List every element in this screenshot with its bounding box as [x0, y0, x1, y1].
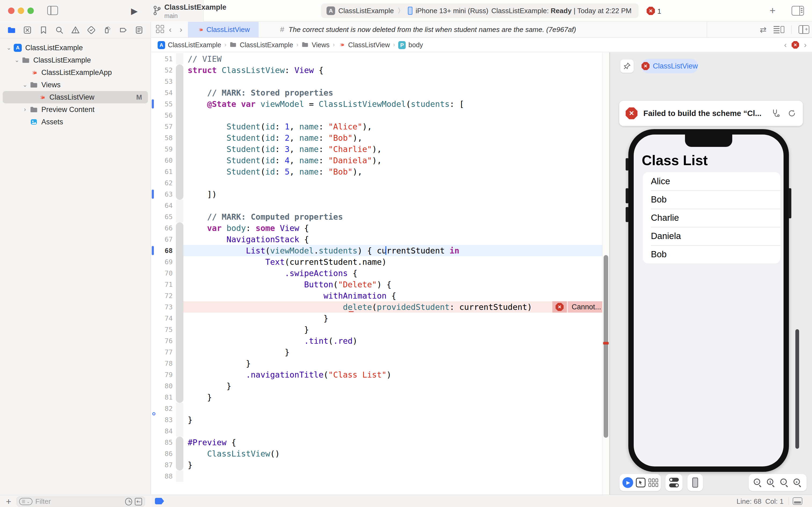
breakpoints-icon[interactable]	[119, 25, 128, 35]
student-list-row[interactable]: Bob	[643, 245, 780, 264]
fold-ribbon[interactable]	[176, 200, 183, 211]
destination-name[interactable]: iPhone 13+ mini (Russ)	[416, 7, 488, 15]
sidebar-item-assets[interactable]: Assets	[3, 116, 148, 128]
code-line-56[interactable]: 56	[151, 110, 602, 121]
fold-ribbon[interactable]	[176, 76, 183, 87]
find-icon[interactable]	[55, 25, 64, 35]
scheme-name[interactable]: ClassListExample	[338, 7, 394, 15]
code-line-86[interactable]: 86 ClassListView()	[151, 448, 602, 459]
fold-ribbon[interactable]	[176, 459, 183, 470]
fold-ribbon[interactable]	[176, 256, 183, 268]
code-line-71[interactable]: 71 Button("Delete") {	[151, 279, 602, 290]
bookmarks-icon[interactable]	[39, 25, 48, 35]
code-line-52[interactable]: 52struct ClassListView: View {	[151, 64, 602, 76]
fold-ribbon[interactable]	[176, 268, 183, 279]
code-line-73[interactable]: 73 delete(providedStudent: currentStuden…	[151, 301, 602, 313]
code-line-55[interactable]: 55 @State var viewModel = ClassListViewM…	[151, 98, 602, 110]
fold-ribbon[interactable]	[176, 392, 183, 403]
fold-ribbon[interactable]	[176, 110, 183, 121]
code-line-58[interactable]: 58 Student(id: 2, name: "Bob"),	[151, 132, 602, 144]
code-line-80[interactable]: 80 }	[151, 380, 602, 392]
code-line-69[interactable]: 69 Text(currentStudent.name)	[151, 256, 602, 268]
fold-ribbon[interactable]	[176, 245, 183, 256]
pin-preview-button[interactable]	[620, 59, 634, 73]
sidebar-item-classlistexample[interactable]: ⌄ClassListExample	[3, 54, 148, 66]
fold-ribbon[interactable]	[176, 426, 183, 437]
zoom-window-button[interactable]	[27, 7, 34, 14]
code-line-61[interactable]: 61 Student(id: 5, name: "Bob"),	[151, 166, 602, 177]
fold-ribbon[interactable]	[176, 437, 183, 448]
navigator-toggle-icon[interactable]	[47, 6, 58, 15]
error-annotation[interactable]: Cannot...	[568, 301, 602, 313]
go-forward-button[interactable]: ›	[180, 25, 182, 34]
code-line-66[interactable]: 66 var body: some View {	[151, 222, 602, 234]
error-badge-icon[interactable]: ✕	[647, 7, 655, 15]
error-badge-cell[interactable]: ✕	[553, 301, 567, 313]
device-settings-button[interactable]	[687, 474, 703, 491]
code-line-82[interactable]: 82	[151, 403, 602, 414]
editor-scrollbar-thumb[interactable]	[603, 255, 608, 438]
code-line-70[interactable]: 70 .swipeActions {	[151, 268, 602, 279]
code-line-57[interactable]: 57 Student(id: 1, name: "Alice"),	[151, 121, 602, 132]
code-line-75[interactable]: 75 }	[151, 324, 602, 335]
disclosure-open-icon[interactable]: ⌄	[21, 81, 29, 88]
canvas-scrollbar[interactable]	[795, 329, 799, 449]
swap-editor-icon[interactable]: ⇄	[760, 25, 767, 35]
code-line-88[interactable]: 88	[151, 470, 602, 482]
fold-ribbon[interactable]	[176, 313, 183, 324]
scheme-destination-capsule[interactable]: A ClassListExample 〉 iPhone 13+ mini (Ru…	[321, 3, 639, 18]
code-line-81[interactable]: 81 }	[151, 392, 602, 403]
tab-commit-message[interactable]: # The correct student is now deleted fro…	[258, 22, 707, 37]
filter-field[interactable]: ☰ ⌄ +-	[17, 497, 145, 506]
code-line-65[interactable]: 65 // MARK: Computed properties	[151, 211, 602, 222]
fold-ribbon[interactable]	[176, 155, 183, 166]
filter-options-icon[interactable]: ☰ ⌄	[19, 498, 33, 505]
code-line-59[interactable]: 59 Student(id: 3, name: "Charlie"),	[151, 144, 602, 155]
new-tab-button[interactable]: +	[769, 5, 775, 16]
variants-mode-button[interactable]	[648, 478, 658, 487]
recent-files-icon[interactable]	[125, 498, 132, 505]
live-preview-button[interactable]: ▶	[623, 477, 633, 488]
breadcrumb-item-classlistexample[interactable]: AClassListExample	[158, 41, 221, 49]
sidebar-item-classlistview[interactable]: ClassListViewM	[3, 91, 148, 103]
fold-ribbon[interactable]	[176, 132, 183, 144]
student-list-row[interactable]: Alice	[643, 172, 780, 190]
code-line-79[interactable]: 79 .navigationTitle("Class List")	[151, 369, 602, 380]
add-item-button[interactable]: +	[6, 496, 11, 507]
editor-layout-icon[interactable]	[793, 497, 802, 505]
sidebar-item-preview-content[interactable]: ›Preview Content	[3, 103, 148, 116]
debug-icon[interactable]	[103, 25, 112, 35]
code-line-83[interactable]: 83}	[151, 414, 602, 426]
zoom-in-button[interactable]: +	[794, 478, 802, 487]
selectable-mode-button[interactable]	[636, 478, 645, 488]
breadcrumb-item-classlistexample[interactable]: ClassListExample	[230, 41, 293, 49]
fold-ribbon[interactable]	[176, 346, 183, 358]
fold-ribbon[interactable]	[176, 211, 183, 222]
student-list-row[interactable]: Daniela	[643, 227, 780, 245]
preview-student-list[interactable]: AliceBobCharlieDanielaBob	[643, 172, 780, 264]
diagnostics-icon[interactable]	[771, 109, 780, 118]
code-line-74[interactable]: 74 }	[151, 313, 602, 324]
code-line-53[interactable]: 53	[151, 76, 602, 87]
code-line-68[interactable]: 68 List(viewModel.students) { currentStu…	[151, 245, 602, 256]
code-line-51[interactable]: 51// VIEW	[151, 53, 602, 64]
go-back-button[interactable]: ‹	[169, 25, 172, 34]
editor-scrollbar-track[interactable]	[602, 52, 609, 495]
fold-ribbon[interactable]	[176, 98, 183, 110]
editor-options-icon[interactable]	[773, 25, 785, 34]
error-count[interactable]: 1	[657, 7, 661, 15]
tab-classlistview[interactable]: ClassListView	[188, 22, 258, 37]
student-list-row[interactable]: Bob	[643, 190, 780, 209]
zoom-out-button[interactable]: −	[754, 478, 762, 487]
code-line-78[interactable]: 78 }	[151, 358, 602, 369]
code-line-76[interactable]: 76 .tint(.red)	[151, 335, 602, 346]
fold-ribbon[interactable]	[176, 301, 183, 313]
fold-ribbon[interactable]	[176, 64, 183, 76]
code-line-72[interactable]: 72 withAnimation {	[151, 290, 602, 301]
refresh-icon[interactable]	[787, 109, 797, 118]
fold-ribbon[interactable]	[176, 403, 183, 414]
fold-ribbon[interactable]	[176, 121, 183, 132]
disclosure-open-icon[interactable]: ⌄	[5, 44, 13, 51]
preview-settings-button[interactable]	[665, 474, 683, 491]
fold-ribbon[interactable]	[176, 144, 183, 155]
